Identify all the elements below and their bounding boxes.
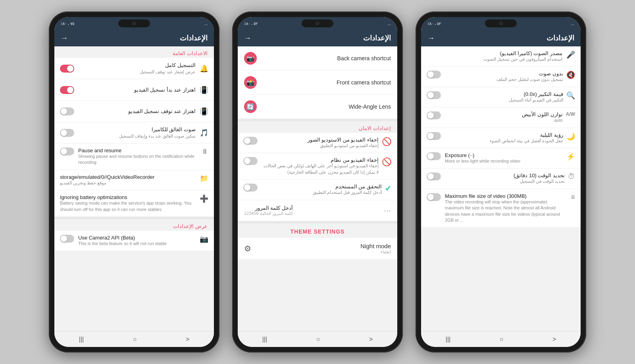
audio-source-title: مصدر الصوت (كاميرا الفيديو) — [427, 50, 562, 56]
time-limit-title: تحديد الوقت (10 دقائق) — [444, 172, 565, 178]
shortcut-back-camera[interactable]: 📷 Back camera shortcut — [238, 46, 397, 71]
back-camera-label: Back camera shortcut — [337, 55, 391, 61]
zoom-icon: 🔍 — [566, 91, 575, 100]
battery-sub: Battery saving mode can make the service… — [60, 200, 196, 213]
nav-recent-3[interactable]: > — [552, 336, 556, 343]
toggle-user-verify[interactable] — [243, 184, 258, 192]
toggle-no-sound[interactable] — [427, 71, 441, 79]
header-title-2: الإعدادات — [363, 34, 391, 42]
status-bar-1: ٪٧٥ ، ٨٠ ... — [54, 17, 214, 30]
toggle-max-filesize[interactable] — [427, 193, 441, 201]
full-recording-sub: عرض إشعار عند توقف التسجيل — [78, 69, 196, 75]
camera2-icon: 📷 — [200, 235, 208, 243]
phone-2-inner: ٪٥٢ ، ٨٠ ... → الإعدادات 📷 Back camera s… — [238, 17, 397, 347]
hide-system-title: إخفاء الفيديو من نظام — [261, 157, 379, 163]
status-bar-2: ٪٥٢ ، ٨٠ ... — [238, 17, 397, 30]
setting-night-mode[interactable]: ⚙ Night mode إطفاء — [238, 238, 397, 260]
setting-max-filesize: Maximum file size of video (300MB) The v… — [421, 189, 581, 228]
toggle-full-recording[interactable] — [60, 65, 74, 73]
front-camera-label: Front camera shortcut — [337, 79, 391, 86]
nav-home-3[interactable]: ○ — [500, 336, 504, 343]
nav-home-2[interactable]: ○ — [316, 336, 320, 343]
nav-bar-2: ||| ○ > — [238, 331, 397, 347]
camera2-sub: This is the beta feature so it will not … — [78, 241, 196, 247]
setting-vibrate-stop: 📳 اهتزاز عند توقف تسجيل الفيديو — [54, 101, 214, 122]
hide-studio-sub: إخفاء الفيديو من استوديو التطبيق — [261, 143, 379, 149]
exposure-title: Exposure (··) — [445, 152, 562, 158]
storage-sub: موقع حفظ وتخزين الفيديو — [60, 180, 196, 186]
wb-title: توازن اللون الأبيض — [444, 111, 563, 117]
status-left-1: ٪٧٥ ، ٨٠ — [61, 21, 74, 26]
shutter-sound-sub: تمكين صوت الغالق عند بدء وإيقاف التسجيل — [78, 133, 196, 139]
shortcut-front-camera[interactable]: 📸 Front camera shortcut — [238, 71, 397, 95]
toggle-night-vision[interactable] — [427, 132, 441, 140]
bell-icon: 🔔 — [200, 64, 208, 73]
hide-system-sub: إخفاء الفيديو في استوديو أخر على الهاتف … — [261, 163, 379, 175]
section-header-general: الاعدادات العامة — [54, 46, 214, 58]
setting-pause-resume: Pause and resume Showing pause and resum… — [54, 144, 214, 170]
shortcut-wide-angle[interactable]: 🔄 Wide-Angle Lens — [238, 95, 397, 119]
header-arrow-2[interactable]: → — [244, 34, 251, 42]
camera-notch-2 — [302, 19, 333, 27]
phone-3-inner: ٪٥٢ ، ٨٠ ... → الإعدادات 🎤 مصدر الصوت (ك… — [421, 17, 581, 347]
phones-container: ٪٧٥ ، ٨٠ ... → الإعدادات الاعدادات العام… — [0, 4, 635, 360]
nav-bar-1: ||| ○ > — [54, 331, 214, 347]
header-arrow-3[interactable]: → — [427, 34, 435, 42]
user-verify-icon: ✔ — [385, 184, 392, 193]
nav-back-2[interactable]: ||| — [262, 336, 267, 343]
toggle-zoom[interactable] — [427, 91, 441, 99]
status-left-2: ٪٥٢ ، ٨٠ — [244, 21, 258, 26]
toggle-shutter-sound[interactable] — [60, 129, 74, 137]
scroll-content-2[interactable]: 📷 Back camera shortcut 📸 Front camera sh… — [238, 46, 397, 331]
nav-home-1[interactable]: ○ — [133, 336, 137, 343]
time-limit-sub: تحديد الوقت في التسجيل — [444, 178, 565, 184]
setting-night-vision: 🌙 رؤية الليلية جعل الجودة أفضل في بيئة ا… — [421, 128, 581, 148]
no-sound-title: بدون صوت — [444, 71, 563, 77]
toggle-time-limit[interactable] — [427, 172, 441, 180]
toggle-pause-resume[interactable] — [60, 148, 74, 155]
toggle-vibrate-start[interactable] — [60, 86, 74, 94]
toggle-hide-system[interactable] — [243, 157, 258, 165]
music-icon: 🎵 — [200, 128, 208, 137]
mic-icon: 🎤 — [566, 50, 575, 59]
setting-camera2: Use Camera2 API (Beta) This is the beta … — [54, 231, 214, 251]
no-sound-icon: 🔇 — [566, 71, 575, 79]
user-verify-title: التحقق من المستخدم — [261, 184, 382, 190]
toggle-wb[interactable] — [427, 111, 441, 119]
camera2-title: Use Camera2 API (Beta) — [78, 235, 196, 241]
gear-icon[interactable]: ⚙ — [244, 244, 251, 253]
hide-system-icon: 🚫 — [382, 157, 392, 167]
night-vision-icon: 🌙 — [566, 132, 575, 141]
scroll-content-3[interactable]: 🎤 مصدر الصوت (كاميرا الفيديو) استخدام ال… — [421, 46, 581, 331]
status-bar-3: ٪٥٢ ، ٨٠ ... — [421, 17, 581, 30]
pause-resume-title: Pause and resume — [78, 148, 197, 153]
theme-header: THEME SETTINGS — [238, 224, 397, 238]
plus-icon: ➕ — [200, 194, 208, 203]
folder-icon: 📁 — [200, 174, 208, 183]
audio-source-sub: استخدام الميكروفون في حين تسجيل الصوت — [427, 56, 562, 62]
header-arrow-1[interactable]: → — [61, 34, 68, 42]
wide-angle-label: Wide-Angle Lens — [348, 103, 391, 110]
exposure-icon: ⚡ — [566, 152, 575, 161]
nav-recent-1[interactable]: > — [186, 336, 189, 343]
nav-recent-2[interactable]: > — [369, 336, 373, 343]
toggle-exposure[interactable] — [427, 152, 441, 160]
zoom-sub: التكبير في الفيديو أثناء التسجيل — [444, 97, 563, 103]
nav-back-1[interactable]: ||| — [79, 336, 84, 343]
pause-resume-sub: Showing pause and resume buttons on the … — [78, 153, 197, 166]
setting-password[interactable]: ⋯ أدخل كلمة المرور كلمة المرور الحالية 1… — [238, 200, 397, 221]
camera-dot-1 — [133, 22, 136, 25]
scroll-content-1[interactable]: الاعدادات العامة 🔔 التسجيل كامل عرض إشعا… — [54, 46, 214, 331]
phone-1-inner: ٪٧٥ ، ٨٠ ... → الإعدادات الاعدادات العام… — [54, 17, 214, 347]
nav-back-3[interactable]: ||| — [446, 336, 450, 343]
no-sound-sub: تسجيل بدون صوت لتقليل حجم الملف — [444, 77, 563, 82]
night-vision-sub: جعل الجودة أفضل في بيئة انخفاض الضوء — [444, 138, 563, 144]
toggle-camera2[interactable] — [60, 235, 74, 243]
toggle-hide-studio[interactable] — [243, 137, 258, 145]
toggle-vibrate-stop[interactable] — [60, 107, 74, 115]
section-header-display: عرض الإعدادات — [54, 219, 214, 231]
night-mode-sublabel: إطفاء — [360, 249, 391, 255]
camera-dot-3 — [499, 22, 502, 25]
max-filesize-title: Maximum file size of video (300MB) — [445, 193, 567, 199]
header-title-1: الإعدادات — [180, 34, 208, 42]
